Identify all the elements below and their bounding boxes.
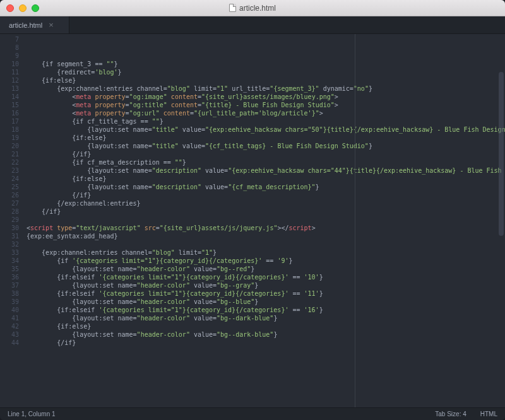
code-line[interactable]: {if:else}	[27, 134, 505, 142]
line-number: 41	[0, 314, 27, 322]
code-line[interactable]: {layout:set name="header-color" value="b…	[27, 281, 505, 289]
code-line[interactable]: {if:else}	[27, 76, 505, 85]
code-line[interactable]: {/if}	[27, 191, 505, 199]
code-line[interactable]	[27, 240, 505, 248]
status-bar: Line 1, Column 1 Tab Size: 4 HTML	[0, 407, 505, 420]
line-number: 37	[0, 281, 27, 289]
tab-size-indicator[interactable]: Tab Size: 4	[435, 411, 466, 417]
window-title-text: article.html	[239, 4, 276, 13]
code-line[interactable]: {redirect='blog'}	[27, 68, 505, 76]
line-number: 22	[0, 158, 27, 166]
code-line[interactable]: {layout:set name="description" value="{e…	[27, 166, 505, 175]
line-number: 34	[0, 257, 27, 265]
code-line[interactable]: {layout:set name="title" value="{exp:eeh…	[27, 125, 505, 134]
code-line[interactable]: {if:else}	[27, 175, 505, 183]
code-line[interactable]: {if segment_3 == ""}	[27, 60, 505, 68]
line-number-gutter: 7891011121314151617181920212223242526272…	[0, 34, 27, 407]
line-number: 39	[0, 298, 27, 306]
line-number: 30	[0, 224, 27, 232]
line-number: 8	[0, 44, 27, 52]
code-line[interactable]: {/if}	[27, 207, 505, 216]
line-number: 16	[0, 109, 27, 117]
code-line[interactable]: {layout:set name="header-color" value="b…	[27, 330, 505, 339]
line-number: 24	[0, 175, 27, 183]
code-line[interactable]	[27, 347, 505, 355]
line-number: 42	[0, 322, 27, 330]
code-line[interactable]: {layout:set name="header-color" value="b…	[27, 314, 505, 322]
line-number: 9	[0, 52, 27, 60]
code-line[interactable]: {/exp:channel:entries}	[27, 199, 505, 207]
line-number: 13	[0, 85, 27, 93]
tab-article[interactable]: article.html ×	[0, 16, 69, 33]
line-number: 36	[0, 273, 27, 281]
code-line[interactable]: {/if}	[27, 339, 505, 347]
line-number: 7	[0, 35, 27, 44]
code-line[interactable]: {layout:set name="header-color" value="b…	[27, 265, 505, 273]
line-number: 25	[0, 183, 27, 191]
line-number: 26	[0, 191, 27, 199]
code-line[interactable]: {if cf_title_tags == ""}	[27, 117, 505, 125]
line-number: 43	[0, 330, 27, 339]
editor-window: article.html article.html × 789101112131…	[0, 0, 505, 420]
line-number: 21	[0, 150, 27, 158]
tab-bar: article.html ×	[0, 16, 505, 34]
minimize-button[interactable]	[19, 4, 27, 12]
titlebar[interactable]: article.html	[0, 0, 505, 16]
line-number: 33	[0, 248, 27, 257]
code-line[interactable]: {exp:channel:entries channel="blog" limi…	[27, 85, 505, 93]
line-number: 17	[0, 117, 27, 125]
document-icon	[229, 4, 236, 12]
line-number: 27	[0, 199, 27, 207]
line-number: 12	[0, 76, 27, 85]
code-line[interactable]: {exp:ee_syntax:add_head}	[27, 232, 505, 240]
line-number: 11	[0, 68, 27, 76]
vertical-scrollbar[interactable]	[499, 72, 504, 236]
line-number: 44	[0, 339, 27, 347]
line-number: 15	[0, 101, 27, 109]
code-line[interactable]: <meta property="og:title" content="{titl…	[27, 101, 505, 109]
code-line[interactable]: <meta property="og:image" content="{site…	[27, 93, 505, 101]
cursor-position[interactable]: Line 1, Column 1	[8, 411, 56, 417]
close-icon[interactable]: ×	[49, 20, 54, 30]
line-number: 28	[0, 207, 27, 216]
line-number: 29	[0, 216, 27, 224]
code-line[interactable]: {if:elseif '{categories limit="1"}{categ…	[27, 289, 505, 298]
line-number: 18	[0, 125, 27, 134]
line-number: 14	[0, 93, 27, 101]
code-line[interactable]: {if:elseif '{categories limit="1"}{categ…	[27, 273, 505, 281]
code-line[interactable]: <script type="text/javascript" src="{sit…	[27, 224, 505, 232]
line-number: 20	[0, 142, 27, 150]
code-line[interactable]: {layout:set name="description" value="{c…	[27, 183, 505, 191]
code-line[interactable]: {if:else}	[27, 322, 505, 330]
line-number: 35	[0, 265, 27, 273]
zoom-button[interactable]	[32, 4, 39, 12]
close-button[interactable]	[6, 4, 14, 12]
line-number: 40	[0, 306, 27, 314]
code-line[interactable]: {/if}	[27, 150, 505, 158]
code-line[interactable]: {layout:set name="header-color" value="b…	[27, 298, 505, 306]
code-line[interactable]: {if cf_meta_description == ""}	[27, 158, 505, 166]
code-content[interactable]: {if segment_3 == ""} {redirect='blog'} {…	[27, 34, 505, 407]
window-title: article.html	[229, 4, 276, 13]
code-line[interactable]: <meta property="og:url" content="{url_ti…	[27, 109, 505, 117]
line-number: 19	[0, 134, 27, 142]
code-line[interactable]: {if:elseif '{categories limit="1"}{categ…	[27, 306, 505, 314]
tab-label: article.html	[9, 21, 42, 29]
code-line[interactable]: {layout:set name="title" value="{cf_titl…	[27, 142, 505, 150]
line-number: 10	[0, 60, 27, 68]
traffic-lights	[0, 4, 39, 12]
language-indicator[interactable]: HTML	[480, 411, 497, 417]
line-number: 31	[0, 232, 27, 240]
line-number: 23	[0, 166, 27, 175]
code-line[interactable]	[27, 52, 505, 60]
code-line[interactable]	[27, 216, 505, 224]
code-line[interactable]: {exp:channel:entries channel="blog" limi…	[27, 248, 505, 257]
editor-area[interactable]: 7891011121314151617181920212223242526272…	[0, 34, 505, 407]
line-number: 32	[0, 240, 27, 248]
line-number: 38	[0, 289, 27, 298]
code-line[interactable]: {if '{categories limit="1"}{category_id}…	[27, 257, 505, 265]
